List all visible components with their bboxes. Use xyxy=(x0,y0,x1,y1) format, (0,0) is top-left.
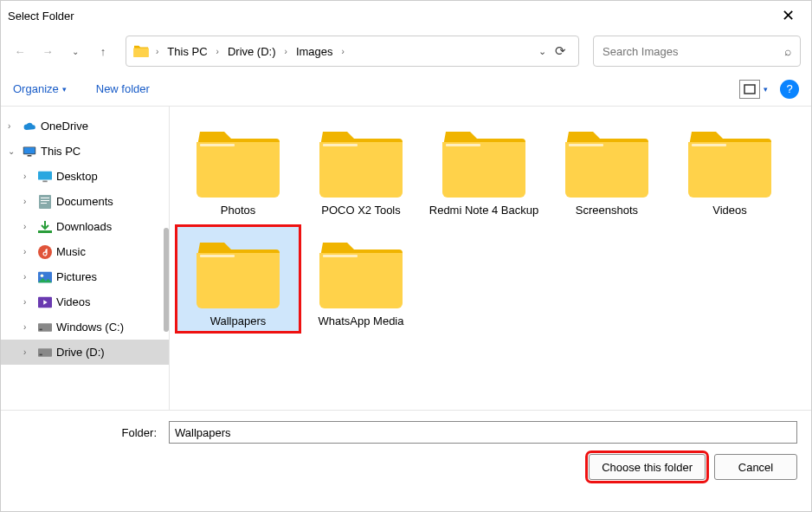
folder-item-videos[interactable]: Videos xyxy=(668,115,791,221)
monitor-icon xyxy=(22,144,37,159)
folder-content: PhotosPOCO X2 ToolsRedmi Note 4 BackupSc… xyxy=(170,107,811,410)
desktop-icon xyxy=(37,169,53,185)
breadcrumb[interactable]: › This PC › Drive (D:) › Images › ⌄ ⟳ xyxy=(126,36,579,67)
scrollbar-thumb[interactable] xyxy=(164,228,169,332)
expand-chevron-icon: › xyxy=(23,172,34,181)
main-area: ›OneDrive⌄This PC›Desktop›Documents›Down… xyxy=(1,107,811,410)
new-folder-button[interactable]: New folder xyxy=(96,82,150,95)
search-box[interactable]: ⌕ xyxy=(593,36,801,67)
sidebar-item-label: Pictures xyxy=(56,270,97,283)
sidebar-item-music[interactable]: ›Music xyxy=(1,239,169,264)
svg-rect-10 xyxy=(41,203,47,204)
drive-c-icon xyxy=(37,320,53,335)
downloads-icon xyxy=(37,219,53,235)
sidebar-item-onedrive[interactable]: ›OneDrive xyxy=(1,113,169,139)
recent-locations-button[interactable]: ⌄ xyxy=(63,39,87,63)
svg-rect-5 xyxy=(38,171,52,179)
folder-icon xyxy=(564,120,650,200)
folder-item-poco-x2-tools[interactable]: POCO X2 Tools xyxy=(300,115,422,221)
sidebar-item-windows-c-[interactable]: ›Windows (C:) xyxy=(1,314,169,340)
svg-rect-11 xyxy=(38,230,52,233)
folder-label: WhatsApp Media xyxy=(319,314,404,328)
cloud-icon xyxy=(22,119,37,134)
folder-icon xyxy=(195,231,281,311)
folder-item-whatsapp-media[interactable]: WhatsApp Media xyxy=(300,226,422,332)
search-input[interactable] xyxy=(603,45,784,58)
close-button[interactable]: ✕ xyxy=(775,6,801,25)
view-dropdown-button[interactable]: ▾ xyxy=(764,85,768,94)
sidebar-item-downloads[interactable]: ›Downloads xyxy=(1,214,169,239)
breadcrumb-item[interactable]: This PC xyxy=(164,43,210,60)
up-button[interactable]: ↑ xyxy=(91,39,115,63)
chevron-right-icon: › xyxy=(283,47,289,56)
pictures-icon xyxy=(37,269,53,285)
sidebar-item-label: Drive (D:) xyxy=(56,346,105,359)
back-button[interactable]: ← xyxy=(8,39,32,63)
folder-icon xyxy=(318,120,404,200)
breadcrumb-item[interactable]: Images xyxy=(293,43,337,60)
sidebar-item-label: Music xyxy=(56,245,86,258)
expand-chevron-icon: › xyxy=(23,322,34,332)
expand-chevron-icon[interactable]: › xyxy=(8,121,18,131)
svg-rect-6 xyxy=(42,180,47,182)
organize-label: Organize xyxy=(13,82,59,95)
svg-rect-7 xyxy=(39,195,51,209)
sidebar-item-label: Documents xyxy=(56,195,113,208)
sidebar-item-pictures[interactable]: ›Pictures xyxy=(1,264,169,289)
sidebar-item-label: This PC xyxy=(41,145,81,158)
folder-label: Redmi Note 4 Backup xyxy=(429,204,538,217)
sidebar-item-drive-d-[interactable]: ›Drive (D:) xyxy=(1,340,169,365)
sidebar-item-desktop[interactable]: ›Desktop xyxy=(1,164,169,189)
search-icon[interactable]: ⌕ xyxy=(784,44,791,58)
expand-chevron-icon: › xyxy=(23,247,34,256)
help-button[interactable]: ? xyxy=(780,80,799,99)
folder-label: Screenshots xyxy=(576,204,638,217)
expand-chevron-icon: › xyxy=(23,297,34,307)
expand-chevron-icon: › xyxy=(23,272,34,282)
sidebar-item-videos[interactable]: ›Videos xyxy=(1,289,169,314)
svg-rect-17 xyxy=(40,328,42,330)
svg-rect-3 xyxy=(24,147,35,153)
svg-rect-1 xyxy=(744,85,755,94)
folder-item-redmi-note-4-backup[interactable]: Redmi Note 4 Backup xyxy=(422,115,545,221)
documents-icon xyxy=(37,194,53,210)
folder-item-wallpapers[interactable]: Wallpapers xyxy=(177,226,300,332)
folder-name-input[interactable] xyxy=(169,421,797,444)
cancel-button[interactable]: Cancel xyxy=(714,454,797,480)
expand-chevron-icon: › xyxy=(23,222,34,231)
chevron-right-icon: › xyxy=(154,47,160,56)
sidebar-item-documents[interactable]: ›Documents xyxy=(1,189,169,214)
chevron-down-icon: ▾ xyxy=(62,85,67,94)
folder-item-screenshots[interactable]: Screenshots xyxy=(545,115,668,221)
folder-icon xyxy=(132,42,151,61)
folder-label: Photos xyxy=(221,204,255,217)
folder-icon xyxy=(195,120,281,200)
titlebar: Select Folder ✕ xyxy=(1,1,811,30)
sidebar-item-label: Desktop xyxy=(56,170,98,183)
folder-item-photos[interactable]: Photos xyxy=(177,115,300,221)
organize-menu[interactable]: Organize ▾ xyxy=(13,82,67,95)
refresh-button[interactable]: ⟳ xyxy=(555,43,566,59)
expand-chevron-icon[interactable]: ⌄ xyxy=(8,146,18,156)
folder-label: Wallpapers xyxy=(210,314,267,328)
choose-folder-button[interactable]: Choose this folder xyxy=(589,454,706,480)
toolbar: Organize ▾ New folder ▾ ? xyxy=(1,72,811,107)
window-title: Select Folder xyxy=(8,10,74,23)
sidebar: ›OneDrive⌄This PC›Desktop›Documents›Down… xyxy=(1,107,170,410)
folder-icon xyxy=(441,120,527,200)
folder-icon xyxy=(318,231,404,311)
forward-button[interactable]: → xyxy=(35,39,60,63)
sidebar-item-label: Downloads xyxy=(56,220,112,233)
svg-rect-18 xyxy=(38,348,52,357)
dropdown-chevron-icon[interactable]: ⌄ xyxy=(538,46,546,57)
sidebar-item-label: Windows (C:) xyxy=(56,321,124,334)
folder-label: Videos xyxy=(712,204,747,217)
expand-chevron-icon: › xyxy=(23,347,34,357)
folder-label: POCO X2 Tools xyxy=(321,204,401,217)
videos-icon xyxy=(37,295,53,310)
svg-rect-4 xyxy=(28,155,32,157)
chevron-right-icon: › xyxy=(215,47,221,56)
view-mode-button[interactable] xyxy=(739,80,760,99)
breadcrumb-item[interactable]: Drive (D:) xyxy=(224,43,280,60)
sidebar-item-this-pc[interactable]: ⌄This PC xyxy=(1,139,169,164)
